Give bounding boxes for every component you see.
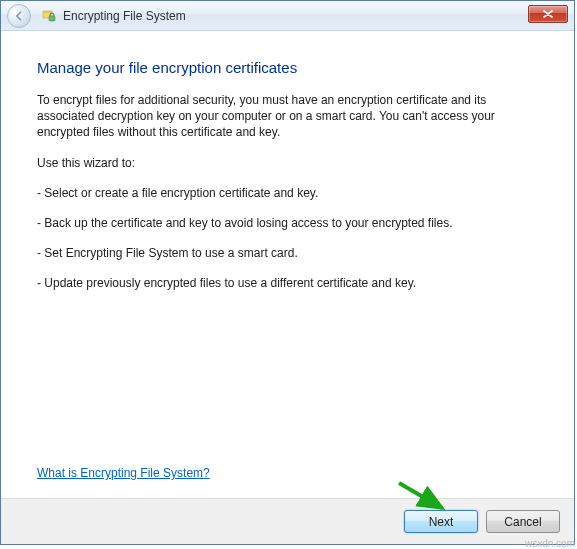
intro-text: To encrypt files for additional security…	[37, 92, 538, 141]
help-link[interactable]: What is Encrypting File System?	[37, 466, 210, 480]
use-wizard-label: Use this wizard to:	[37, 155, 538, 171]
efs-icon	[41, 8, 57, 24]
bullet-update: - Update previously encrypted files to u…	[37, 275, 538, 291]
bullet-select-create: - Select or create a file encryption cer…	[37, 185, 538, 201]
content-area: Manage your file encryption certificates…	[1, 31, 574, 498]
window-title: Encrypting File System	[63, 9, 186, 23]
svg-rect-1	[43, 11, 52, 13]
close-icon	[543, 10, 553, 18]
watermark: wsxdn.com	[525, 538, 575, 549]
cancel-button[interactable]: Cancel	[486, 510, 560, 533]
wizard-window: Encrypting File System Manage your file …	[0, 0, 575, 545]
page-heading: Manage your file encryption certificates	[37, 59, 538, 76]
bullet-smartcard: - Set Encrypting File System to use a sm…	[37, 245, 538, 261]
next-button[interactable]: Next	[404, 510, 478, 533]
svg-rect-2	[49, 16, 55, 21]
button-bar: Next Cancel	[1, 498, 574, 544]
back-button[interactable]	[7, 4, 31, 28]
titlebar: Encrypting File System	[1, 1, 574, 31]
close-button[interactable]	[528, 5, 568, 23]
bullet-backup: - Back up the certificate and key to avo…	[37, 215, 538, 231]
back-arrow-icon	[13, 10, 25, 22]
